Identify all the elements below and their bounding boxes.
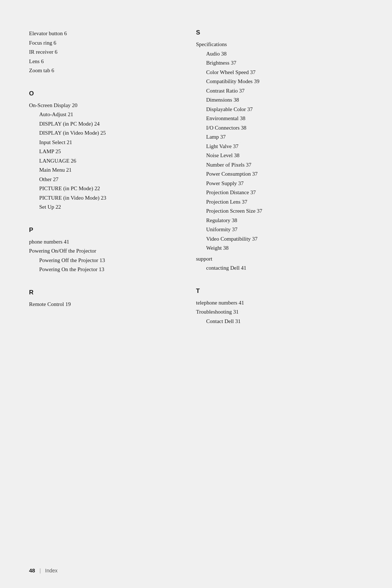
list-item: Other 27 [39,175,181,184]
section-letter-s: S [196,29,363,36]
list-item: Set Up 22 [39,203,181,212]
right-column: S Specifications Audio 38 Brightness 37 … [196,29,363,340]
list-item: Zoom tab 6 [29,66,181,75]
section-letter-t: T [196,287,363,295]
list-item: LAMP 25 [39,147,181,156]
list-item: Color Wheel Speed 37 [206,68,363,77]
list-item: Noise Level 38 [206,151,363,160]
list-item: Lens 6 [29,57,181,66]
top-entries-section: Elevator button 6 Focus ring 6 IR receiv… [29,29,181,75]
list-item: Audio 38 [206,49,363,59]
list-item: Environmental 38 [206,114,363,123]
section-o: O On-Screen Display 20 Auto-Adjust 21 DI… [29,90,181,212]
list-item: Power Consumption 37 [206,170,363,179]
section-s: S Specifications Audio 38 Brightness 37 … [196,29,363,273]
list-item: Projection Lens 37 [206,197,363,207]
list-item: Lamp 37 [206,132,363,142]
list-item: Displayable Color 37 [206,105,363,114]
list-item: Remote Control 19 [29,300,181,309]
list-item: Power Supply 37 [206,179,363,188]
list-item: DISPLAY (in Video Mode) 25 [39,128,181,138]
list-item: Number of Pixels 37 [206,160,363,170]
list-item: PICTURE (in Video Mode) 23 [39,193,181,203]
page-number: 48 [29,567,35,573]
list-item: Projection Distance 37 [206,188,363,197]
list-item: Dimensions 38 [206,95,363,105]
list-item: Brightness 37 [206,58,363,68]
list-item: Focus ring 6 [29,38,181,48]
footer-label: Index [45,568,57,573]
section-letter-p: P [29,226,181,234]
list-item: Elevator button 6 [29,29,181,38]
list-item: Auto-Adjust 21 [39,110,181,119]
list-item: Contrast Ratio 37 [206,86,363,96]
list-item: Input Select 21 [39,138,181,147]
list-item: PICTURE (in PC Mode) 22 [39,184,181,193]
list-item: Contact Dell 31 [206,317,363,326]
list-item: I/O Connectors 38 [206,123,363,133]
list-item: Powering On/Off the Projector [29,246,181,256]
list-item: phone numbers 41 [29,237,181,247]
section-p: P phone numbers 41 Powering On/Off the P… [29,226,181,274]
list-item: Weight 38 [206,244,363,253]
list-item: Specifications [196,40,363,49]
page: Elevator button 6 Focus ring 6 IR receiv… [0,0,392,588]
list-item: Light Valve 37 [206,142,363,151]
list-item: DISPLAY (in PC Mode) 24 [39,119,181,129]
list-item: Main Menu 21 [39,166,181,175]
main-content: Elevator button 6 Focus ring 6 IR receiv… [29,29,363,340]
list-item: Uniformity 37 [206,225,363,234]
list-item: contacting Dell 41 [206,264,363,273]
section-letter-r: R [29,289,181,296]
section-letter-o: O [29,90,181,97]
footer-separator: | [40,568,41,573]
section-r: R Remote Control 19 [29,289,181,309]
list-item: Video Compatibility 37 [206,234,363,244]
left-column: Elevator button 6 Focus ring 6 IR receiv… [29,29,181,340]
list-item: Regulatory 38 [206,216,363,225]
list-item: Compatibility Modes 39 [206,77,363,86]
list-item: Powering On the Projector 13 [39,265,181,274]
list-item: Projection Screen Size 37 [206,207,363,216]
list-item: On-Screen Display 20 [29,101,181,110]
footer: 48 | Index [29,567,58,573]
section-t: T telephone numbers 41 Troubleshooting 3… [196,287,363,326]
list-item: Powering Off the Projector 13 [39,256,181,265]
list-item: support [196,254,363,264]
list-item: telephone numbers 41 [196,298,363,308]
list-item: Troubleshooting 31 [196,307,363,317]
list-item: IR receiver 6 [29,48,181,57]
list-item: LANGUAGE 26 [39,156,181,166]
